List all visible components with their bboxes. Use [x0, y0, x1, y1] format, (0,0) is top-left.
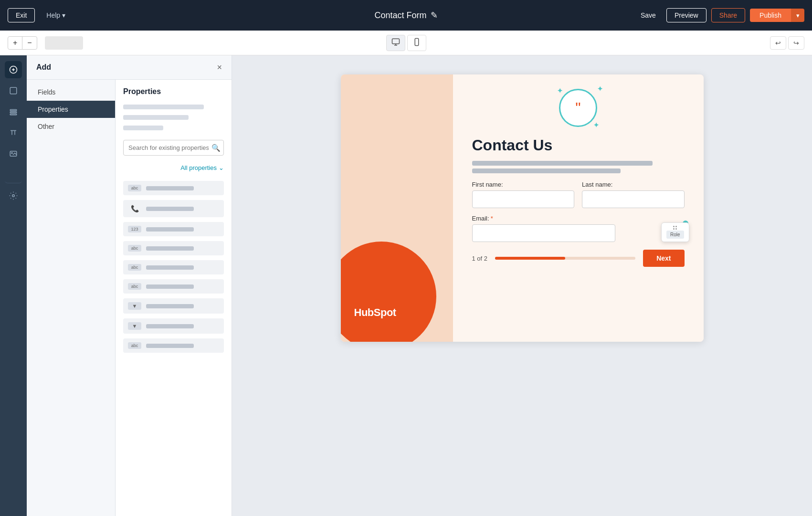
role-badge: Role: [666, 231, 684, 239]
form-icon-area: " ✦ ✦ ✦: [472, 89, 685, 127]
email-input-wrapper: Role: [472, 224, 685, 242]
name-row: First name: Last name:: [472, 181, 685, 208]
property-type-badge: abc: [128, 283, 141, 290]
form-decorative-panel: HubSpot: [341, 74, 453, 342]
orange-circle-decoration: [341, 242, 436, 342]
skeleton-line-2: [123, 115, 189, 120]
properties-content: Properties 🔍 All properties ⌄ abc: [116, 80, 232, 516]
email-label: Email: *: [472, 215, 685, 222]
svg-rect-10: [10, 112, 17, 113]
panel-close-button[interactable]: ×: [217, 63, 222, 72]
icon-bar: [0, 55, 27, 516]
undo-icon: ↩: [775, 39, 781, 47]
property-label-skeleton: [146, 186, 194, 190]
property-type-badge: abc: [128, 264, 141, 271]
next-button[interactable]: Next: [643, 250, 684, 267]
icon-bar-settings[interactable]: [5, 103, 22, 120]
property-row-9[interactable]: abc: [123, 338, 224, 353]
share-button[interactable]: Share: [711, 8, 745, 22]
property-row-3[interactable]: 123: [123, 222, 224, 236]
quote-icon-wrapper: " ✦ ✦ ✦: [559, 89, 597, 127]
icon-bar-layers[interactable]: [5, 82, 22, 99]
property-label-skeleton: [146, 227, 194, 232]
exit-button[interactable]: Exit: [8, 8, 35, 22]
chevron-down-icon: ⌄: [219, 164, 224, 171]
all-properties-filter[interactable]: All properties ⌄: [123, 164, 224, 171]
property-row-8[interactable]: ▼: [123, 318, 224, 334]
properties-title: Properties: [123, 87, 224, 96]
property-row-7[interactable]: ▼: [123, 298, 224, 314]
property-label-skeleton: [146, 265, 194, 270]
canvas: HubSpot " ✦ ✦ ✦ Contact U: [232, 55, 812, 516]
svg-rect-9: [10, 110, 17, 111]
history-controls: ↩ ↪: [770, 36, 804, 50]
property-row-5[interactable]: abc: [123, 260, 224, 274]
mobile-icon: [412, 40, 421, 48]
tab-fields[interactable]: Fields: [27, 84, 115, 101]
svg-point-13: [11, 152, 12, 153]
property-label-skeleton: [146, 284, 194, 289]
hubspot-logo: HubSpot: [354, 306, 396, 319]
search-input[interactable]: [128, 140, 209, 155]
sparkle-icon-bottom-right: ✦: [593, 121, 599, 129]
icon-bar-extra[interactable]: [5, 187, 22, 204]
property-type-badge: abc: [128, 185, 141, 191]
last-name-input[interactable]: [582, 190, 685, 208]
property-type-badge: ▼: [128, 302, 141, 310]
form-desc-line-2: [472, 168, 621, 173]
navbar: Exit Help ▾ Contact Form ✎ Save Preview …: [0, 0, 812, 31]
property-row-6[interactable]: abc: [123, 279, 224, 294]
quote-mark-icon: ": [575, 100, 580, 116]
tab-properties[interactable]: Properties: [27, 101, 115, 118]
publish-dropdown-button[interactable]: ▾: [791, 9, 804, 22]
panel-tabs: Fields Properties Other: [27, 80, 116, 516]
chevron-down-icon: ▾: [796, 12, 800, 19]
property-label-skeleton: [146, 246, 194, 251]
publish-button[interactable]: Publish: [750, 9, 791, 22]
tab-other[interactable]: Other: [27, 118, 115, 135]
drag-dots: [673, 226, 677, 230]
progress-bar-fill: [495, 257, 565, 260]
desktop-icon: [391, 40, 400, 48]
property-type-badge: 123: [128, 226, 141, 232]
sparkle-icon-top-left: ✦: [557, 87, 563, 95]
form-title: Contact Us: [472, 137, 685, 154]
email-input[interactable]: [472, 224, 615, 242]
icon-bar-image[interactable]: [5, 145, 22, 162]
minus-button[interactable]: −: [22, 37, 36, 49]
svg-rect-0: [392, 39, 399, 44]
edit-icon[interactable]: ✎: [431, 10, 438, 21]
help-button[interactable]: Help ▾: [41, 9, 71, 22]
add-remove-group: + −: [8, 36, 37, 50]
svg-rect-11: [10, 114, 17, 115]
property-row-4[interactable]: abc: [123, 241, 224, 255]
panel-title: Add: [36, 63, 51, 72]
icon-bar-add[interactable]: [5, 61, 22, 78]
preview-button[interactable]: Preview: [666, 8, 707, 22]
svg-rect-8: [10, 87, 17, 94]
required-asterisk: *: [491, 215, 493, 222]
save-button[interactable]: Save: [635, 9, 662, 22]
chevron-down-icon: ▾: [62, 11, 65, 19]
first-name-input[interactable]: [472, 190, 575, 208]
first-name-field: First name:: [472, 181, 575, 208]
desktop-view-button[interactable]: [386, 35, 405, 51]
redo-button[interactable]: ↪: [788, 36, 804, 50]
property-type-badge: abc: [128, 245, 141, 252]
property-label-skeleton: [146, 324, 194, 328]
add-panel: Add × Fields Properties Other Properties: [27, 55, 232, 516]
mobile-view-button[interactable]: [407, 35, 426, 51]
property-row-1[interactable]: abc: [123, 181, 224, 195]
search-icon: 🔍: [211, 144, 221, 152]
form-preview: HubSpot " ✦ ✦ ✦ Contact U: [341, 74, 704, 342]
progress-bar: [495, 257, 635, 260]
property-label-skeleton: [146, 304, 194, 308]
icon-bar-text[interactable]: [5, 124, 22, 141]
undo-button[interactable]: ↩: [770, 36, 786, 50]
svg-rect-3: [415, 38, 419, 45]
property-row-2[interactable]: 📞: [123, 200, 224, 217]
step-indicator: 1 of 2: [472, 255, 488, 262]
icon-bar-divider: [5, 166, 22, 183]
last-name-field: Last name:: [582, 181, 685, 208]
add-button[interactable]: +: [8, 37, 22, 49]
